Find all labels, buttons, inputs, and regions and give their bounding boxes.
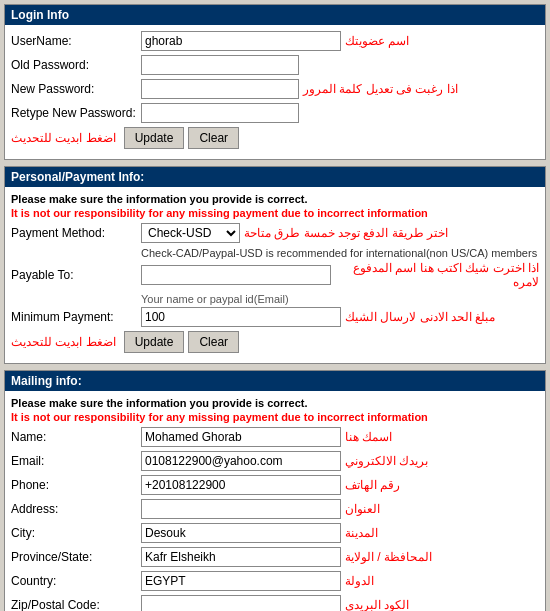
city-input-wrap: المدينة [141, 523, 539, 543]
retype-label: Retype New Password: [11, 106, 141, 120]
payable-note: Your name or paypal id(Email) [141, 293, 539, 305]
email-row: Email: بريدك الالكتروني [11, 451, 539, 471]
old-password-input[interactable] [141, 55, 299, 75]
payment-update-button[interactable]: Update [124, 331, 185, 353]
minimum-label: Minimum Payment: [11, 310, 141, 324]
username-row: UserName: اسم عضويتك [11, 31, 539, 51]
payable-label: Payable To: [11, 268, 141, 282]
zip-input-wrap: الكود البريدى [141, 595, 539, 611]
mailing-body: Please make sure the information you pro… [5, 391, 545, 611]
payment-section: Personal/Payment Info: Please make sure … [4, 166, 546, 364]
new-password-input[interactable] [141, 79, 299, 99]
payment-warning1: Please make sure the information you pro… [11, 193, 539, 205]
new-password-row: New Password: اذا رغبت فى تعديل كلمة الم… [11, 79, 539, 99]
mailing-warning1: Please make sure the information you pro… [11, 397, 539, 409]
old-password-label: Old Password: [11, 58, 141, 72]
email-input[interactable] [141, 451, 341, 471]
name-input-wrap: اسمك هنا [141, 427, 539, 447]
login-body: UserName: اسم عضويتك Old Password: New P… [5, 25, 545, 159]
address-input-wrap: العنوان [141, 499, 539, 519]
payable-row: Payable To: اذا اخترت شيك اكتب هنا اسم ا… [11, 261, 539, 289]
retype-input[interactable] [141, 103, 299, 123]
login-update-arabic: اضغط ابديت للتحديث [11, 131, 116, 145]
province-row: Province/State: المحافظة / الولاية [11, 547, 539, 567]
payment-method-row: Payment Method: Check-USD Check-CAD Payp… [11, 223, 539, 243]
address-input[interactable] [141, 499, 341, 519]
mailing-warning2: It is not our responsibility for any mis… [11, 411, 539, 423]
username-input[interactable] [141, 31, 341, 51]
province-input[interactable] [141, 547, 341, 567]
city-input[interactable] [141, 523, 341, 543]
province-label: Province/State: [11, 550, 141, 564]
mailing-header: Mailing info: [5, 371, 545, 391]
new-password-input-wrap: اذا رغبت فى تعديل كلمة المرور [141, 79, 539, 99]
payment-warning2: It is not our responsibility for any mis… [11, 207, 539, 219]
phone-label: Phone: [11, 478, 141, 492]
name-label: Name: [11, 430, 141, 444]
country-input-wrap: الدولة [141, 571, 539, 591]
country-row: Country: الدولة [11, 571, 539, 591]
phone-row: Phone: رقم الهاتف [11, 475, 539, 495]
name-input[interactable] [141, 427, 341, 447]
province-input-wrap: المحافظة / الولاية [141, 547, 539, 567]
city-label: City: [11, 526, 141, 540]
payment-method-wrap: Check-USD Check-CAD Paypal-USD Wire Tran… [141, 223, 539, 243]
province-arabic: المحافظة / الولاية [345, 550, 432, 564]
minimum-input[interactable] [141, 307, 341, 327]
payment-method-label: Payment Method: [11, 226, 141, 240]
minimum-arabic: مبلغ الحد الادنى لارسال الشيك [345, 310, 495, 324]
country-input[interactable] [141, 571, 341, 591]
zip-row: Zip/Postal Code: الكود البريدى [11, 595, 539, 611]
login-section: Login Info UserName: اسم عضويتك Old Pass… [4, 4, 546, 160]
login-clear-button[interactable]: Clear [188, 127, 239, 149]
old-password-input-wrap [141, 55, 539, 75]
zip-label: Zip/Postal Code: [11, 598, 141, 611]
new-password-arabic: اذا رغبت فى تعديل كلمة المرور [303, 82, 458, 96]
address-arabic: العنوان [345, 502, 380, 516]
address-row: Address: العنوان [11, 499, 539, 519]
old-password-row: Old Password: [11, 55, 539, 75]
email-input-wrap: بريدك الالكتروني [141, 451, 539, 471]
minimum-input-wrap: مبلغ الحد الادنى لارسال الشيك [141, 307, 539, 327]
country-arabic: الدولة [345, 574, 374, 588]
login-btn-row: اضغط ابديت للتحديث Update Clear [11, 127, 539, 149]
country-label: Country: [11, 574, 141, 588]
name-arabic: اسمك هنا [345, 430, 392, 444]
name-row: Name: اسمك هنا [11, 427, 539, 447]
zip-input[interactable] [141, 595, 341, 611]
payment-btn-row: اضغط ابديت للتحديث Update Clear [11, 331, 539, 353]
zip-arabic: الكود البريدى [345, 598, 409, 611]
login-header: Login Info [5, 5, 545, 25]
payment-header: Personal/Payment Info: [5, 167, 545, 187]
login-update-button[interactable]: Update [124, 127, 185, 149]
email-arabic: بريدك الالكتروني [345, 454, 428, 468]
phone-input[interactable] [141, 475, 341, 495]
username-input-wrap: اسم عضويتك [141, 31, 539, 51]
phone-arabic: رقم الهاتف [345, 478, 400, 492]
payment-note: Check-CAD/Paypal-USD is recommended for … [141, 247, 539, 259]
payment-clear-button[interactable]: Clear [188, 331, 239, 353]
payment-body: Please make sure the information you pro… [5, 187, 545, 363]
city-row: City: المدينة [11, 523, 539, 543]
new-password-label: New Password: [11, 82, 141, 96]
mailing-section: Mailing info: Please make sure the infor… [4, 370, 546, 611]
username-label: UserName: [11, 34, 141, 48]
main-container: Login Info UserName: اسم عضويتك Old Pass… [0, 0, 550, 611]
retype-password-row: Retype New Password: [11, 103, 539, 123]
payment-method-arabic: اختر طريقة الدفع توجد خمسة طرق متاحة [244, 226, 448, 240]
payable-input[interactable] [141, 265, 331, 285]
payable-arabic: اذا اخترت شيك اكتب هنا اسم المدفوع لامره [335, 261, 539, 289]
payable-input-wrap: اذا اخترت شيك اكتب هنا اسم المدفوع لامره [141, 261, 539, 289]
retype-input-wrap [141, 103, 539, 123]
payment-method-select[interactable]: Check-USD Check-CAD Paypal-USD Wire Tran… [141, 223, 240, 243]
address-label: Address: [11, 502, 141, 516]
phone-input-wrap: رقم الهاتف [141, 475, 539, 495]
minimum-row: Minimum Payment: مبلغ الحد الادنى لارسال… [11, 307, 539, 327]
city-arabic: المدينة [345, 526, 378, 540]
payment-update-arabic: اضغط ابديت للتحديث [11, 335, 116, 349]
email-label: Email: [11, 454, 141, 468]
username-arabic: اسم عضويتك [345, 34, 409, 48]
